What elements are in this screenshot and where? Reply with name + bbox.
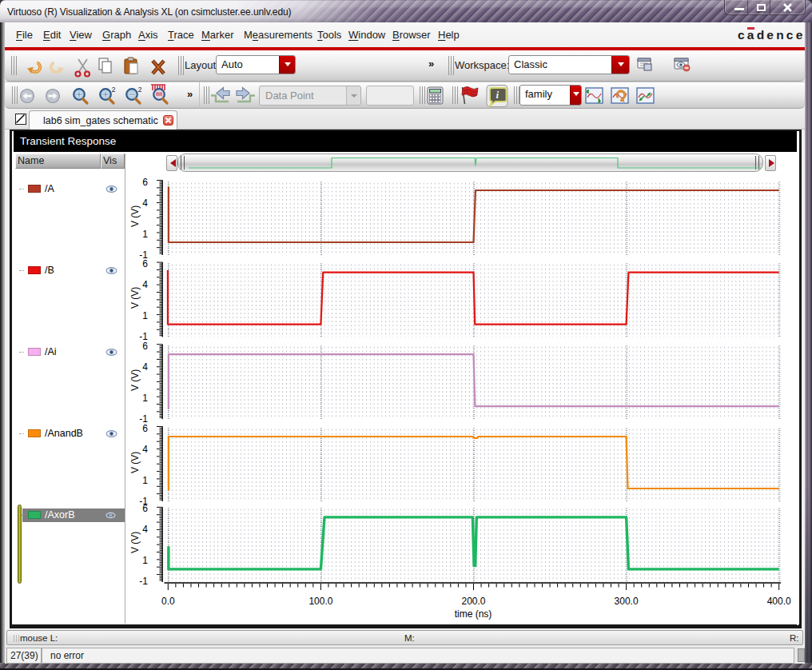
- svg-text:i: i: [496, 89, 500, 101]
- svg-text:2: 2: [112, 86, 116, 94]
- svg-text:2: 2: [138, 86, 142, 94]
